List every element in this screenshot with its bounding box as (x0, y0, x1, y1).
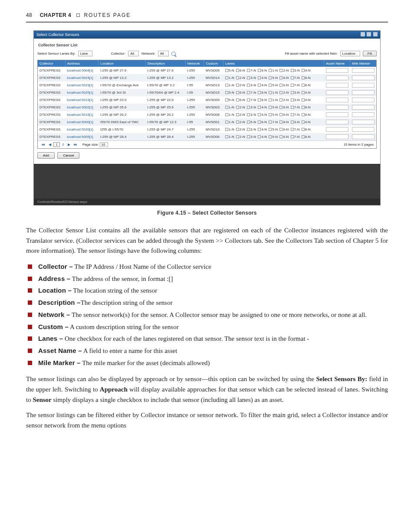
lane-checkbox[interactable] (258, 76, 261, 79)
lane-checkbox[interactable] (291, 69, 294, 72)
lane-checkbox[interactable] (291, 91, 294, 94)
select-lanes-dropdown[interactable]: Lane (78, 51, 93, 56)
network-filter-dropdown[interactable]: All (158, 51, 169, 56)
lane-checkbox[interactable] (269, 113, 272, 116)
asset-name-input[interactable] (326, 68, 348, 73)
cell-address[interactable]: localhost:5018[1] (65, 111, 99, 118)
lane-checkbox[interactable] (258, 113, 261, 116)
mile-marker-input[interactable] (352, 112, 375, 117)
lane-checkbox[interactable] (302, 113, 305, 116)
table-row[interactable]: DTEXPRESSlocalhost:5024[1]I-255 @ MP 13.… (38, 74, 376, 82)
maximize-icon[interactable] (367, 32, 371, 36)
col-address[interactable]: Address (65, 60, 99, 67)
lane-checkbox[interactable] (247, 128, 250, 131)
lane-checkbox[interactable] (269, 91, 272, 94)
lane-checkbox[interactable] (236, 76, 239, 79)
lane-checkbox[interactable] (291, 106, 294, 109)
lane-checkbox[interactable] (225, 84, 228, 87)
lane-checkbox[interactable] (225, 76, 228, 79)
lane-checkbox[interactable] (225, 98, 228, 101)
lane-checkbox[interactable] (269, 106, 272, 109)
table-row[interactable]: DTEXPRESSlocalhost:5005[1]I-255 @ MP 28.… (38, 133, 376, 140)
pager-first-icon[interactable]: ⏮ (40, 143, 46, 147)
lane-checkbox[interactable] (302, 98, 305, 101)
lane-checkbox[interactable] (236, 69, 239, 72)
lane-checkbox[interactable] (247, 98, 250, 101)
asset-name-input[interactable] (326, 83, 348, 88)
lane-checkbox[interactable] (291, 128, 294, 131)
lane-checkbox[interactable] (247, 76, 250, 79)
mile-marker-input[interactable] (352, 105, 375, 110)
lane-checkbox[interactable] (302, 128, 305, 131)
lane-checkbox[interactable] (302, 84, 305, 87)
lane-checkbox[interactable] (269, 76, 272, 79)
lane-checkbox[interactable] (291, 121, 294, 124)
lane-checkbox[interactable] (236, 113, 239, 116)
lane-checkbox[interactable] (258, 98, 261, 101)
col-asset-name[interactable]: Asset Name (324, 60, 350, 67)
asset-name-input[interactable] (326, 112, 348, 117)
lane-checkbox[interactable] (279, 76, 283, 79)
cell-address[interactable]: localhost:5000[1] (65, 118, 99, 126)
col-lanes[interactable]: Lanes (223, 60, 324, 67)
pager-page-2[interactable]: 2 (61, 143, 65, 147)
lane-checkbox[interactable] (247, 106, 250, 109)
cell-address[interactable]: localhost:5025[1] (65, 89, 99, 96)
lane-checkbox[interactable] (236, 84, 239, 87)
lane-checkbox[interactable] (291, 84, 294, 87)
lane-checkbox[interactable] (247, 84, 250, 87)
minimize-icon[interactable] (361, 32, 365, 36)
lane-checkbox[interactable] (258, 91, 261, 94)
lane-checkbox[interactable] (269, 84, 272, 87)
col-mile-marker[interactable]: Mile Marker (350, 60, 376, 67)
lane-checkbox[interactable] (247, 135, 250, 138)
asset-name-input[interactable] (326, 134, 348, 139)
lane-checkbox[interactable] (302, 106, 305, 109)
cell-address[interactable]: localhost:5004[1] (65, 67, 99, 74)
pager-page-1[interactable]: 1 (53, 142, 59, 147)
table-row[interactable]: DTEXPRESSlocalhost:5000[1]I55/70 DMS Eas… (38, 118, 376, 126)
lane-checkbox[interactable] (291, 98, 294, 101)
page-size-dropdown[interactable]: 10 (100, 142, 108, 147)
lane-checkbox[interactable] (258, 135, 261, 138)
lane-checkbox[interactable] (225, 128, 228, 131)
pager-last-icon[interactable]: ⏭ (72, 143, 79, 147)
search-icon[interactable] (171, 52, 176, 56)
lane-checkbox[interactable] (225, 91, 228, 94)
cell-address[interactable]: localhost:5024[1] (65, 74, 99, 82)
asset-name-input[interactable] (326, 98, 348, 102)
fill-field-dropdown[interactable]: Location (340, 51, 360, 56)
asset-name-input[interactable] (326, 127, 348, 132)
mile-marker-input[interactable] (352, 68, 375, 73)
lane-checkbox[interactable] (236, 91, 239, 94)
cancel-button[interactable]: Cancel (57, 152, 79, 159)
lane-checkbox[interactable] (269, 98, 272, 101)
lane-checkbox[interactable] (302, 69, 305, 72)
col-custom[interactable]: Custom (204, 60, 223, 67)
lane-checkbox[interactable] (247, 69, 250, 72)
lane-checkbox[interactable] (236, 135, 239, 138)
lane-checkbox[interactable] (269, 69, 272, 72)
cell-address[interactable]: localhost:5019[1] (65, 96, 99, 104)
lane-checkbox[interactable] (279, 106, 283, 109)
mile-marker-input[interactable] (352, 134, 375, 139)
lane-checkbox[interactable] (279, 69, 283, 72)
lane-checkbox[interactable] (236, 106, 239, 109)
asset-name-input[interactable] (326, 75, 348, 80)
add-button[interactable]: Add (37, 152, 55, 159)
lane-checkbox[interactable] (279, 113, 283, 116)
mile-marker-input[interactable] (352, 75, 375, 80)
lane-checkbox[interactable] (291, 113, 294, 116)
lane-checkbox[interactable] (302, 135, 305, 138)
lane-checkbox[interactable] (258, 69, 261, 72)
lane-checkbox[interactable] (302, 121, 305, 124)
table-row[interactable]: DTEXPRESSlocalhost:5023[1]I-55/70 @ Exch… (38, 82, 376, 89)
lane-checkbox[interactable] (247, 113, 250, 116)
lane-checkbox[interactable] (258, 84, 261, 87)
cell-address[interactable]: localhost:5023[1] (65, 82, 99, 89)
lane-checkbox[interactable] (236, 121, 239, 124)
lane-checkbox[interactable] (279, 98, 283, 101)
asset-name-input[interactable] (326, 105, 348, 110)
table-row[interactable]: DTEXPRESSlocalhost:5025[1]I-55/70 @ 3rd … (38, 89, 376, 96)
lane-checkbox[interactable] (291, 135, 294, 138)
